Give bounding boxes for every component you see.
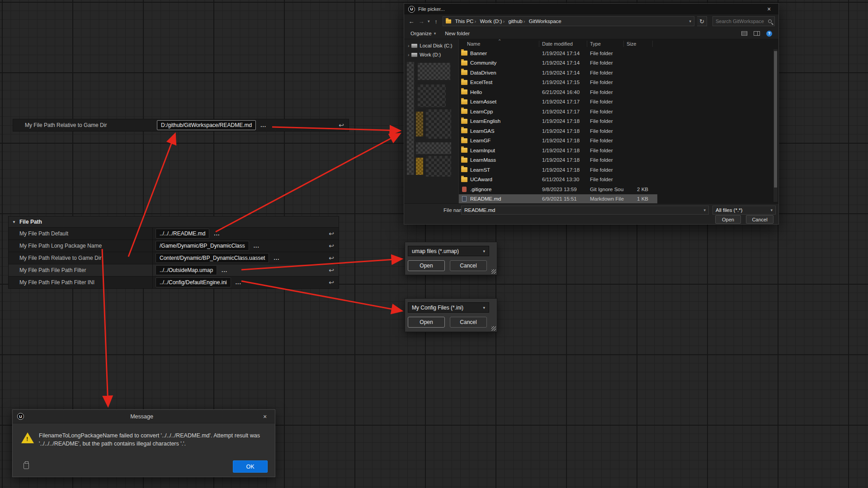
copy-to-clipboard-icon[interactable] (24, 463, 29, 469)
file-row[interactable]: LearnCpp 1/19/2024 17:17 File folder (459, 107, 657, 117)
new-folder-button[interactable]: New folder (445, 31, 470, 36)
file-type-dropdown[interactable]: My Config Files (*.ini) ▾ (408, 302, 489, 313)
column-header-name[interactable]: Name ^ (459, 41, 539, 47)
cancel-button[interactable]: Cancel (450, 317, 487, 328)
message-titlebar[interactable]: U Message × (13, 410, 275, 423)
search-icon (768, 19, 772, 23)
file-row[interactable]: ExcelTest 1/19/2024 17:15 File folder (459, 78, 657, 88)
revert-icon[interactable]: ↩ (329, 267, 334, 274)
revert-icon[interactable]: ↩ (339, 122, 344, 129)
file-row[interactable]: LearnAsset 1/19/2024 17:17 File folder (459, 97, 657, 107)
sidebar-drive-item[interactable]: › Local Disk (C:) (404, 41, 458, 50)
file-icon (462, 196, 467, 202)
file-row[interactable]: LearnST 1/19/2024 17:18 File folder (459, 165, 657, 175)
file-row[interactable]: UCAward 6/11/2024 13:30 File folder (459, 175, 657, 185)
browse-button[interactable]: ... (214, 230, 220, 237)
umap-filter-dialog: umap files (*.umap) ▾ Open Cancel (405, 242, 497, 275)
expander-icon[interactable]: › (408, 52, 409, 57)
message-dialog: U Message × ! FilenameToLongPackageName … (12, 409, 275, 477)
column-header-size[interactable]: Size (624, 41, 653, 47)
property-row: My File Path Long Package Name /Game/Dyn… (8, 240, 339, 252)
file-row[interactable]: README.md 6/9/2021 15:51 Markdown File 1… (459, 194, 657, 204)
close-icon[interactable]: × (764, 5, 774, 13)
revert-icon[interactable]: ↩ (329, 254, 334, 262)
browse-button[interactable]: ... (274, 255, 279, 261)
property-value-box[interactable]: D:/github/GitWorkspace/README.md (157, 120, 256, 130)
back-icon[interactable]: ← (408, 18, 415, 25)
resize-grip[interactable] (491, 269, 496, 274)
browse-button[interactable]: ... (222, 267, 227, 273)
browse-button[interactable]: ... (254, 243, 259, 249)
property-value-cell: /Game/Dynamic/BP_DynamicClass ... ↩ (152, 240, 339, 252)
forward-icon[interactable]: → (418, 18, 425, 25)
chevron-down-icon[interactable]: ▾ (768, 208, 773, 212)
sidebar-drive-item[interactable]: › Work (D:) (404, 50, 458, 59)
column-header-date[interactable]: Date modified (539, 41, 587, 47)
breadcrumb-segment[interactable]: github (505, 19, 525, 24)
chevron-down-icon[interactable]: ▾ (701, 208, 706, 212)
file-icon (461, 70, 467, 75)
property-label: My File Path Default (9, 230, 152, 237)
search-input[interactable] (716, 19, 766, 24)
column-header-type[interactable]: Type (587, 41, 624, 47)
scrollbar-thumb[interactable] (774, 51, 777, 188)
expander-icon[interactable]: › (408, 43, 409, 48)
redacted-block (418, 63, 450, 80)
revert-icon[interactable]: ↩ (329, 242, 334, 249)
open-button[interactable]: Open (408, 260, 445, 271)
file-picker-footer: File name: README.md ▾ All files (*.*) ▾… (404, 203, 778, 224)
redacted-block (426, 156, 451, 177)
file-icon (461, 109, 467, 114)
file-row[interactable]: Community 1/19/2024 17:14 File folder (459, 58, 657, 68)
explorer-body: › Local Disk (C:) › Work (D:) (404, 39, 778, 203)
redacted-block (407, 62, 414, 175)
help-icon[interactable]: ? (766, 31, 772, 37)
view-options-icon[interactable] (741, 31, 747, 36)
cancel-button[interactable]: Cancel (450, 260, 487, 271)
refresh-icon[interactable]: ↻ (697, 16, 707, 26)
property-value-box[interactable]: ../../Config/DefaultEngine.ini (156, 277, 231, 287)
property-row: My File Path File Path Filter INI ../../… (8, 277, 339, 289)
file-row[interactable]: LearnInput 1/19/2024 17:18 File folder (459, 145, 657, 155)
scrollbar-track[interactable] (774, 49, 778, 202)
breadcrumb-segment[interactable]: Work (D:) (476, 19, 505, 24)
up-icon[interactable]: ↑ (433, 18, 440, 25)
preview-pane-icon[interactable] (754, 31, 760, 36)
file-row[interactable]: LearnEnglish 1/19/2024 17:18 File folder (459, 117, 657, 127)
open-button[interactable]: Open (408, 317, 445, 328)
breadcrumb-segment[interactable]: This PC (452, 19, 477, 24)
property-value-box[interactable]: Content/Dynamic/BP_DynamicClass.uasset (156, 253, 269, 263)
browse-button[interactable]: ... (260, 122, 266, 128)
file-icon (461, 51, 467, 56)
chevron-down-icon[interactable]: ▾ (689, 19, 691, 23)
file-row[interactable]: .gitignore 9/8/2023 13:59 Git Ignore Sou… (459, 184, 657, 194)
revert-icon[interactable]: ↩ (329, 279, 334, 286)
open-button[interactable]: Open (715, 215, 741, 224)
file-type-dropdown[interactable]: umap files (*.umap) ▾ (408, 246, 489, 256)
file-row[interactable]: Hello 6/21/2024 16:40 File folder (459, 87, 657, 97)
file-picker-titlebar[interactable]: U File picker... × (404, 4, 778, 14)
folder-icon (446, 19, 451, 23)
file-row[interactable]: LearnMass 1/19/2024 17:18 File folder (459, 155, 657, 165)
file-path-section-header[interactable]: ▼ File Path (8, 216, 339, 228)
file-type-dropdown[interactable]: All files (*.*) ▾ (712, 206, 776, 215)
organize-button[interactable]: Organize ▾ (410, 31, 436, 36)
search-box[interactable] (712, 16, 775, 26)
ok-button[interactable]: OK (233, 460, 268, 473)
file-name-input[interactable]: README.md ▾ (461, 206, 709, 215)
address-bar[interactable]: This PCWork (D:)githubGitWorkspace ▾ (443, 16, 694, 26)
cancel-button[interactable]: Cancel (746, 215, 774, 224)
breadcrumb-segment[interactable]: GitWorkspace (526, 19, 565, 24)
property-value-box[interactable]: /Game/Dynamic/BP_DynamicClass (156, 241, 249, 251)
history-chevron-icon[interactable]: ▾ (428, 19, 430, 23)
file-row[interactable]: LearnGAS 1/19/2024 17:18 File folder (459, 126, 657, 136)
revert-icon[interactable]: ↩ (329, 230, 334, 237)
close-icon[interactable]: × (259, 413, 270, 420)
file-row[interactable]: Banner 1/19/2024 17:14 File folder (459, 48, 657, 58)
browse-button[interactable]: ... (236, 279, 241, 286)
file-row[interactable]: LearnGF 1/19/2024 17:18 File folder (459, 136, 657, 146)
property-value-box[interactable]: ../../../README.md (156, 229, 209, 239)
file-row[interactable]: DataDriven 1/19/2024 17:14 File folder (459, 68, 657, 78)
property-value-box[interactable]: ../../OutsideMap.umap (156, 265, 217, 275)
resize-grip[interactable] (491, 326, 496, 331)
